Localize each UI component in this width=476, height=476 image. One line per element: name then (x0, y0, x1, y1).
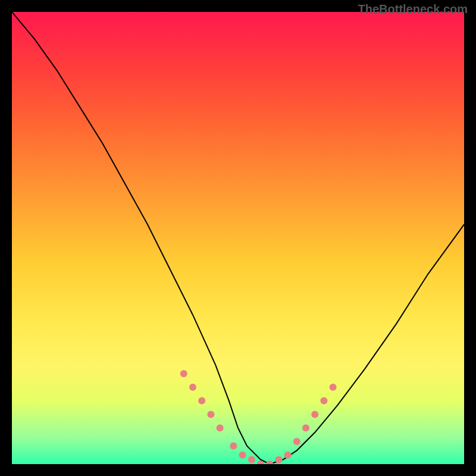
watermark-text: TheBottleneck.com (358, 2, 468, 16)
highlight-dot (293, 438, 300, 445)
highlight-dot (330, 384, 337, 391)
chart-plot-area (12, 12, 464, 464)
highlight-dot (275, 456, 282, 463)
highlight-dots-group (180, 370, 337, 464)
highlight-dot (207, 411, 214, 418)
highlight-dot (217, 424, 224, 431)
highlight-dot (248, 456, 255, 463)
highlight-dot (189, 384, 196, 391)
bottleneck-curve-svg (12, 12, 464, 464)
highlight-dot (239, 452, 246, 459)
curve-line (12, 12, 464, 464)
highlight-dot (320, 397, 327, 405)
highlight-dot (302, 424, 309, 431)
highlight-dot (284, 452, 292, 459)
highlight-dot (230, 443, 237, 450)
highlight-dot (266, 461, 273, 464)
highlight-dot (198, 397, 205, 405)
highlight-dot (311, 411, 318, 418)
highlight-dot (180, 370, 187, 377)
